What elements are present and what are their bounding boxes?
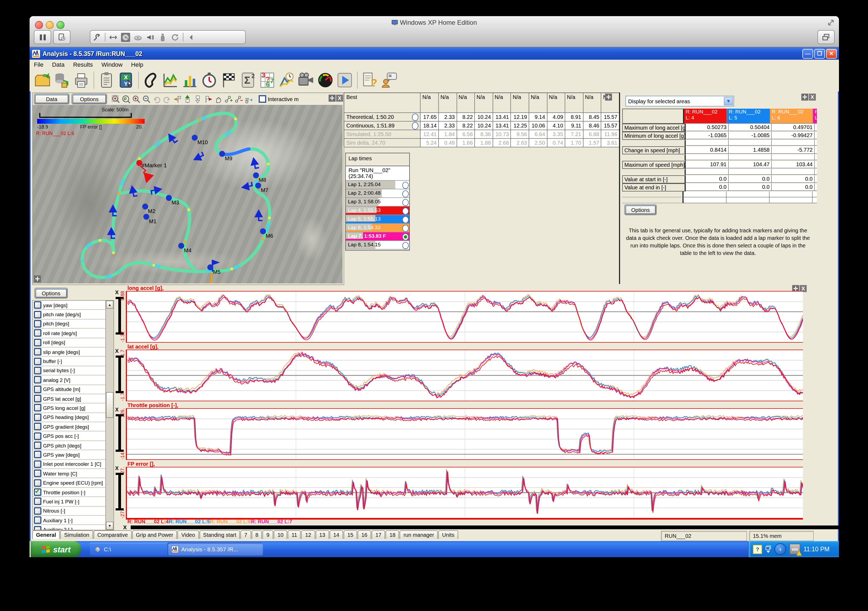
checkbox-icon[interactable] [34,348,42,355]
checkbox-icon[interactable] [34,442,42,449]
lap-radio[interactable] [402,233,409,240]
channel-scrollbar[interactable]: ▲ ▼ [105,300,114,530]
zoom-out-icon[interactable] [142,95,151,104]
collapse-toolbar-icon[interactable] [187,33,196,42]
channel-row[interactable]: Water temp [C] [33,469,107,478]
import-data-button[interactable] [53,71,70,89]
zoom-window-icon[interactable] [111,95,121,104]
channel-row[interactable]: buffer [-] [33,357,107,366]
tab-14[interactable]: 14 [329,530,343,539]
track-marker-M7[interactable] [255,183,261,189]
settings-wrench-icon[interactable] [93,33,102,42]
track-marker-M10[interactable] [192,135,198,141]
best-row-radio[interactable] [412,122,418,130]
channel-row[interactable]: Engine speed (ECU) [rpm] [33,478,107,488]
menu-results[interactable]: Results [69,61,97,68]
checkbox-icon[interactable] [34,320,42,327]
channel-row[interactable]: Auxiliary 1 [-] [33,516,107,525]
chart-close-icon[interactable]: X [115,465,119,471]
checkbox-checked-icon[interactable]: ✔ [34,488,42,496]
tab-12[interactable]: 12 [301,530,315,539]
track-marker-M5[interactable] [207,264,213,270]
lap-row[interactable]: Lap 6, 1:54.32 [346,224,409,233]
checkbox-icon[interactable] [34,461,42,468]
checkbox-icon[interactable] [34,423,42,431]
pan-hand-icon[interactable] [214,95,223,104]
checkbox-icon[interactable] [34,395,42,402]
track-marker-M6[interactable] [260,228,266,234]
xy-graph-button[interactable]: XY [117,71,135,89]
best-row[interactable]: Sim delta, 24.705.240.491.661.882.682.63… [344,139,620,147]
chart-plot[interactable] [126,350,803,401]
checkbox-icon[interactable] [34,414,42,421]
track-map[interactable]: M1M2M3M4M5M6M7M8M9M10#Marker 1 Scale: 50… [33,105,343,284]
best-row[interactable]: Simulated, 1:25.5012.411.846.568.3610.73… [344,130,620,139]
checkbox-icon[interactable] [34,376,42,384]
mac-resize-icon[interactable] [827,19,835,26]
marker-add-up-icon[interactable] [183,95,192,104]
tab-standing-start[interactable]: Standing start [199,530,240,539]
lap-radio[interactable] [402,225,409,232]
window-restore-icon[interactable] [765,545,771,553]
minimize-button[interactable]: — [802,49,813,58]
bar-chart-button[interactable] [181,71,198,89]
vm-fullscreen-button[interactable] [817,30,835,44]
tab-9[interactable]: 9 [263,530,273,539]
tab-15[interactable]: 15 [344,530,357,539]
lap-row[interactable]: Lap 5, 1:55.13 [346,215,409,224]
chart-close-icon[interactable]: X [115,348,119,354]
lap-radio[interactable] [402,182,409,189]
lap-row[interactable]: Lap 8, 1:54.15 [346,241,409,250]
sync-icon[interactable] [170,33,180,42]
track-marker-M8[interactable] [253,172,259,178]
vmware-tools-icon[interactable]: vm [789,544,800,555]
best-move-button[interactable]: ✛ [605,94,612,101]
close-button[interactable]: ✕ [826,49,837,58]
channel-row[interactable]: GPS yaw [degs] [33,450,107,460]
marker-back-icon[interactable] [173,95,182,104]
tab-comparative[interactable]: Comparative [94,530,132,539]
redo-view-icon[interactable] [163,95,172,104]
speaker-icon[interactable] [146,33,155,42]
harddisk-icon[interactable] [121,33,130,42]
tab-general[interactable]: General [32,530,60,539]
lap-radio[interactable] [402,242,409,249]
undo-view-icon[interactable] [152,95,161,104]
tab-8[interactable]: 8 [252,530,262,539]
map-dock-button[interactable]: ✛ [34,275,41,282]
zoom-in-icon[interactable] [132,95,141,104]
messenger-help-icon[interactable]: ? [753,544,762,554]
channel-row[interactable]: pitch rate [deg/s] [33,310,107,319]
channel-row[interactable]: GPS heading [degs] [33,413,107,422]
track-map-button[interactable] [143,71,160,89]
tab-units[interactable]: Units [438,530,458,539]
chart-range-handle[interactable] [118,299,121,332]
checkbox-icon[interactable] [34,516,42,524]
channel-row[interactable]: roll rate [deg/s] [33,329,107,338]
channel-row[interactable]: Inlet post intercooler 1 [C] [33,460,107,469]
vm-snapshot-button[interactable] [53,30,70,44]
tab-video[interactable]: Video [177,530,199,539]
marker-add-down-icon[interactable] [193,95,202,104]
feedback-button[interactable] [381,71,398,89]
map-tab-data[interactable]: Data [34,94,70,104]
tab-grip-and-power[interactable]: Grip and Power [132,530,177,539]
maths-channel-button[interactable]: Σ2 [239,71,257,89]
track-marker-M4[interactable] [178,243,184,249]
video-button[interactable] [298,71,315,89]
display-mode-dropdown[interactable]: Display for selected areas ▼ [625,96,734,107]
lap-row[interactable]: Lap 2, 2:00.48 [346,189,409,198]
checkbox-icon[interactable] [34,311,42,318]
marker-forward-icon[interactable] [203,95,212,104]
usb-icon[interactable] [158,33,167,42]
tab-10[interactable]: 10 [274,530,287,539]
stopwatch-button[interactable] [201,71,218,89]
tab-13[interactable]: 13 [315,530,329,539]
channel-row[interactable]: slip angle [degs] [33,347,107,357]
checkbox-icon[interactable] [34,451,42,459]
lap-radio[interactable] [402,216,409,223]
checkbox-icon[interactable] [34,404,42,412]
checkbox-icon[interactable] [34,357,42,365]
dial-button[interactable] [317,71,334,89]
clipboard-button[interactable] [98,71,115,89]
